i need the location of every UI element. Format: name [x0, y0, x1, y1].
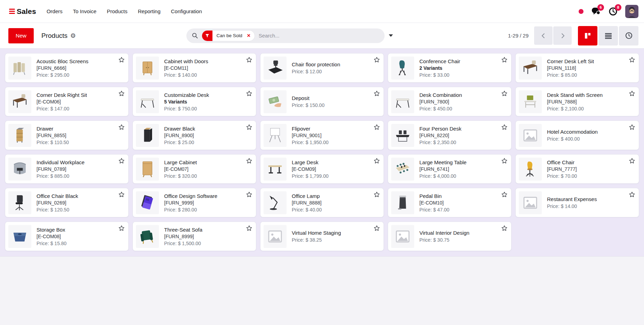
favorite-star-icon[interactable]	[628, 124, 636, 131]
product-card-hotel-accommodation[interactable]: Hotel Accommodation Price: $ 400.00	[515, 120, 639, 150]
product-card-large-desk[interactable]: Large Desk [E-COM09] Price: $ 1,799.00	[260, 154, 384, 184]
favorite-star-icon[interactable]	[118, 225, 125, 232]
favorite-star-icon[interactable]	[245, 56, 253, 64]
activities-button[interactable]: 8	[608, 6, 618, 17]
search-input[interactable]	[259, 33, 380, 39]
product-card-office-chair[interactable]: Office Chair [FURN_7777] Price: $ 70.00	[515, 154, 639, 184]
activity-view-button[interactable]	[619, 26, 638, 45]
product-card-individual-workplace[interactable]: Individual Workplace [FURN_0789] Price: …	[5, 154, 129, 184]
favorite-star-icon[interactable]	[628, 191, 636, 198]
product-card-three-seat-sofa[interactable]: Three-Seat Sofa [FURN_8999] Price: $ 1,5…	[132, 222, 256, 251]
messages-button[interactable]: 6	[590, 6, 601, 17]
pager-next-button[interactable]	[553, 26, 572, 45]
new-button[interactable]: New	[8, 28, 34, 43]
favorite-star-icon[interactable]	[501, 157, 508, 165]
product-card-corner-desk-left-sit[interactable]: Corner Desk Left Sit [FURN_1118] Price: …	[515, 53, 639, 83]
control-panel-right: 1-29 / 29	[508, 26, 638, 45]
favorite-star-icon[interactable]	[118, 90, 125, 97]
favorite-star-icon[interactable]	[501, 124, 508, 131]
favorite-star-icon[interactable]	[245, 90, 253, 97]
image-placeholder-thumbnail	[391, 225, 414, 248]
favorite-star-icon[interactable]	[245, 191, 253, 198]
favorite-star-icon[interactable]	[501, 56, 508, 64]
product-card-storage-box[interactable]: Storage Box [E-COM08] Price: $ 15.80	[5, 222, 129, 251]
product-card-customizable-desk[interactable]: Customizable Desk 5 Variants Price: $ 75…	[132, 87, 256, 116]
favorite-star-icon[interactable]	[118, 157, 125, 165]
product-title: Virtual Home Staging	[292, 230, 341, 236]
product-card-office-lamp[interactable]: Office Lamp [FURN_8888] Price: $ 40.00	[260, 188, 384, 217]
product-card-desk-stand-with-screen[interactable]: Desk Stand with Screen [FURN_7888] Price…	[515, 87, 639, 116]
drawer-black-thumbnail	[136, 124, 159, 147]
favorite-star-icon[interactable]	[501, 90, 508, 97]
favorite-star-icon[interactable]	[628, 157, 636, 165]
messages-count-badge: 6	[597, 4, 604, 11]
pager-previous-button[interactable]	[534, 26, 553, 45]
product-card-office-design-software[interactable]: Office Design Software [FURN_9999] Price…	[132, 188, 256, 217]
favorite-star-icon[interactable]	[501, 225, 508, 232]
product-card-virtual-interior-design[interactable]: Virtual Interior Design Price: $ 30.75	[388, 222, 512, 251]
apps-menu-button[interactable]: Sales	[9, 7, 36, 16]
favorite-star-icon[interactable]	[628, 56, 636, 64]
search-dropdown-caret-icon[interactable]	[389, 34, 393, 37]
favorite-star-icon[interactable]	[245, 124, 253, 131]
gear-icon[interactable]: ⚙	[70, 33, 76, 39]
nav-item-orders[interactable]: Orders	[47, 8, 63, 14]
search-bar[interactable]: Can be Sold ✕	[186, 28, 385, 43]
favorite-star-icon[interactable]	[501, 191, 508, 198]
product-card-chair-floor-protection[interactable]: Chair floor protection Price: $ 12.00	[260, 53, 384, 83]
product-card-office-chair-black[interactable]: Office Chair Black [FURN_0269] Price: $ …	[5, 188, 129, 217]
product-card-acoustic-bloc-screens[interactable]: Acoustic Bloc Screens [FURN_6666] Price:…	[5, 53, 129, 83]
product-title: Virtual Interior Design	[419, 230, 469, 236]
favorite-star-icon[interactable]	[373, 225, 380, 232]
favorite-star-icon[interactable]	[373, 90, 380, 97]
user-avatar[interactable]	[625, 5, 638, 18]
product-card-flipover[interactable]: Flipover [FURN_9001] Price: $ 1,950.00	[260, 120, 384, 150]
favorite-star-icon[interactable]	[118, 56, 125, 64]
product-card-conference-chair[interactable]: Conference Chair 2 Variants Price: $ 33.…	[388, 53, 512, 83]
product-card-text: Deposit Price: $ 150.00	[292, 95, 324, 108]
product-card-text: Office Lamp [FURN_8888] Price: $ 40.00	[292, 193, 322, 212]
product-card-corner-desk-right-sit[interactable]: Corner Desk Right Sit [E-COM06] Price: $…	[5, 87, 129, 116]
product-card-four-person-desk[interactable]: Four Person Desk [FURN_8220] Price: $ 2,…	[388, 120, 512, 150]
favorite-star-icon[interactable]	[373, 56, 380, 64]
favorite-star-icon[interactable]	[118, 124, 125, 131]
product-card-text: Office Chair Black [FURN_0269] Price: $ …	[37, 193, 78, 212]
flipchart-icon	[265, 125, 285, 145]
nav-item-reporting[interactable]: Reporting	[138, 8, 160, 14]
product-title: Office Chair Black	[37, 193, 78, 199]
product-card-restaurant-expenses[interactable]: Restaurant Expenses Price: $ 14.00	[515, 188, 639, 217]
kanban-view-button[interactable]	[578, 26, 597, 45]
product-title: Desk Combination	[419, 92, 462, 98]
image-placeholder-icon	[520, 193, 540, 213]
product-price: Price: $ 33.00	[419, 72, 460, 78]
favorite-star-icon[interactable]	[373, 124, 380, 131]
four-desk-icon	[393, 125, 413, 145]
favorite-star-icon[interactable]	[245, 225, 253, 232]
product-card-drawer-black[interactable]: Drawer Black [FURN_8900] Price: $ 25.00	[132, 120, 256, 150]
favorite-star-icon[interactable]	[245, 157, 253, 165]
product-card-virtual-home-staging[interactable]: Virtual Home Staging Price: $ 38.25	[260, 222, 384, 251]
chair-yellow-thumbnail	[519, 158, 542, 181]
nav-item-to-invoice[interactable]: To Invoice	[73, 8, 97, 14]
favorite-star-icon[interactable]	[118, 191, 125, 198]
product-card-large-cabinet[interactable]: Large Cabinet [E-COM07] Price: $ 320.00	[132, 154, 256, 184]
product-title: Deposit	[292, 95, 324, 101]
product-price: Price: $ 140.00	[164, 72, 208, 78]
four-desk-thumbnail	[391, 124, 414, 147]
product-card-cabinet-with-doors[interactable]: Cabinet with Doors [E-COM11] Price: $ 14…	[132, 53, 256, 83]
cabinet-large-thumbnail	[136, 158, 159, 181]
product-card-drawer[interactable]: Drawer [FURN_8855] Price: $ 110.50	[5, 120, 129, 150]
favorite-star-icon[interactable]	[373, 191, 380, 198]
nav-item-products[interactable]: Products	[107, 8, 127, 14]
product-card-desk-combination[interactable]: Desk Combination [FURN_7800] Price: $ 45…	[388, 87, 512, 116]
remove-facet-icon[interactable]: ✕	[246, 31, 255, 41]
product-reference-code: [FURN_7800]	[419, 99, 462, 105]
list-view-button[interactable]	[598, 26, 618, 45]
product-card-deposit[interactable]: Deposit Price: $ 150.00	[260, 87, 384, 116]
favorite-star-icon[interactable]	[628, 90, 636, 97]
favorite-star-icon[interactable]	[373, 157, 380, 165]
product-reference-code: [E-COM08]	[37, 234, 66, 239]
product-card-pedal-bin[interactable]: Pedal Bin [E-COM10] Price: $ 47.00	[388, 188, 512, 217]
nav-item-configuration[interactable]: Configuration	[171, 8, 202, 14]
product-card-large-meeting-table[interactable]: Large Meeting Table [FURN_6741] Price: $…	[388, 154, 512, 184]
